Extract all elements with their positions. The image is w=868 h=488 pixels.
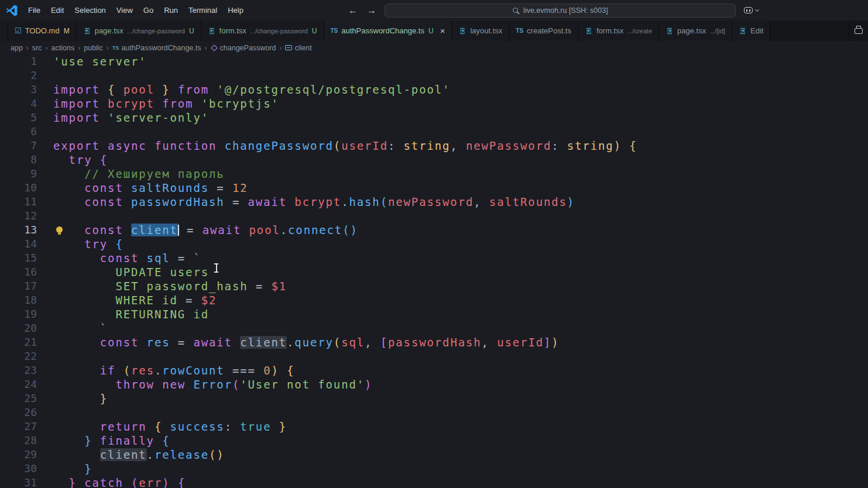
menu-terminal[interactable]: Terminal <box>183 3 222 18</box>
menu-bar: FileEditSelectionViewGoRunTerminalHelp <box>23 3 249 18</box>
code-line-14[interactable]: 14 try { <box>0 237 868 251</box>
code-line-5[interactable]: 5import 'server-only' <box>0 111 868 125</box>
code-line-21[interactable]: 21 const res = await client.query(sql, [… <box>0 335 868 349</box>
code-line-23[interactable]: 23 if (res.rowCount === 0) { <box>0 363 868 377</box>
code-line-29[interactable]: 29 client.release() <box>0 448 868 462</box>
code-line-7[interactable]: 7export async function changePassword(us… <box>0 139 868 153</box>
breadcrumb-item-actions[interactable]: actions <box>52 44 75 52</box>
copilot-button[interactable] <box>744 7 759 13</box>
forward-arrow-icon[interactable]: → <box>367 5 376 16</box>
lightbulb-icon[interactable] <box>56 226 63 233</box>
breadcrumb-label: app <box>11 44 23 52</box>
code-line-27[interactable]: 27 return { success: true } <box>0 420 868 434</box>
menu-help[interactable]: Help <box>222 3 249 18</box>
menu-selection[interactable]: Selection <box>69 3 111 18</box>
line-number: 25 <box>0 391 37 405</box>
breadcrumb-separator: › <box>107 44 109 52</box>
menu-view[interactable]: View <box>111 3 138 18</box>
menu-run[interactable]: Run <box>159 3 183 18</box>
code-line-22[interactable]: 22 <box>0 349 868 363</box>
line-number: 22 <box>0 349 37 363</box>
copilot-icon <box>744 7 753 13</box>
line-content: const saltRounds = 12 <box>37 181 248 195</box>
code-line-9[interactable]: 9 // Хешируем пароль <box>0 167 868 181</box>
code-line-17[interactable]: 17 SET password_hash = $1 <box>0 279 868 293</box>
code-line-16[interactable]: 16 UPDATE users <box>0 265 868 279</box>
code-line-18[interactable]: 18 WHERE id = $2 <box>0 293 868 307</box>
code-line-19[interactable]: 19 RETURNING id <box>0 307 868 321</box>
tab-dir-hint: .../change-password <box>250 28 308 35</box>
menu-file[interactable]: File <box>23 3 46 18</box>
breadcrumb-item-authpasswordchange.ts[interactable]: TSauthPasswordChange.ts <box>112 44 201 52</box>
tab-todo.md[interactable]: ☑TODO.mdM <box>8 20 77 41</box>
line-number: 19 <box>0 307 37 321</box>
code-line-24[interactable]: 24 throw new Error('User not found') <box>0 377 868 391</box>
git-status-badge: U <box>312 27 317 35</box>
react-file-icon <box>585 27 593 35</box>
search-icon <box>512 7 519 14</box>
line-number: 27 <box>0 420 37 434</box>
code-line-4[interactable]: 4import bcrypt from 'bcryptjs' <box>0 97 868 111</box>
line-content: const client = await pool.connect() <box>37 223 358 237</box>
tab-page.tsx[interactable]: page.tsx.../[id] <box>659 20 732 41</box>
line-content <box>37 68 53 83</box>
breadcrumb-item-changepassword[interactable]: changePassword <box>211 44 276 52</box>
tab-fragment[interactable] <box>0 20 8 41</box>
vscode-logo-icon <box>6 5 18 16</box>
tab-layout.tsx[interactable]: layout.tsx <box>452 20 509 41</box>
breadcrumb-item-public[interactable]: public <box>84 44 103 52</box>
close-tab-icon[interactable]: × <box>440 26 445 35</box>
line-content: import bcrypt from 'bcryptjs' <box>37 97 279 111</box>
line-content: client.release() <box>37 448 225 462</box>
line-content: export async function changePassword(use… <box>37 139 637 153</box>
back-arrow-icon[interactable]: ← <box>348 5 358 16</box>
line-number: 5 <box>0 111 37 125</box>
code-line-25[interactable]: 25 } <box>0 391 868 405</box>
line-number: 21 <box>0 335 37 349</box>
code-line-8[interactable]: 8 try { <box>0 153 868 167</box>
tab-form.tsx[interactable]: form.tsx.../create <box>578 20 659 41</box>
tab-createpost.ts[interactable]: TScreatePost.ts <box>509 20 578 41</box>
line-content <box>37 405 53 420</box>
breadcrumb-item-app[interactable]: app <box>11 44 23 52</box>
code-line-26[interactable]: 26 <box>0 405 868 420</box>
breadcrumb-item-client[interactable]: client <box>285 44 311 52</box>
line-content: const res = await client.query(sql, [pas… <box>37 335 560 349</box>
tab-form.tsx[interactable]: form.tsx.../change-passwordU <box>201 20 324 41</box>
tab-page.tsx[interactable]: page.tsx.../change-passwordU <box>77 20 201 41</box>
code-line-12[interactable]: 12 <box>0 209 868 223</box>
code-line-31[interactable]: 31 } catch (err) { <box>0 476 868 488</box>
breadcrumb-label: client <box>294 44 311 52</box>
command-center[interactable]: live.evmoh.ru [SSH: s003] <box>385 4 736 18</box>
code-line-11[interactable]: 11 const passwordHash = await bcrypt.has… <box>0 195 868 209</box>
word-occurrence-highlight: client <box>240 336 287 349</box>
code-line-1[interactable]: 1'use server' <box>0 54 868 68</box>
line-number: 18 <box>0 293 37 307</box>
selected-text: client <box>131 224 178 236</box>
code-line-20[interactable]: 20 ` <box>0 321 868 335</box>
code-line-30[interactable]: 30 } <box>0 462 868 476</box>
code-line-6[interactable]: 6 <box>0 125 868 139</box>
word-occurrence-highlight: client <box>100 448 147 461</box>
tab-label: createPost.ts <box>527 26 571 35</box>
tab-edit[interactable]: Edit <box>732 20 770 41</box>
git-status-badge: U <box>428 27 434 35</box>
code-line-13[interactable]: 13 const client = await pool.connect() <box>0 223 868 237</box>
line-content: import 'server-only' <box>37 111 209 125</box>
code-line-2[interactable]: 2 <box>0 68 868 83</box>
line-number: 6 <box>0 125 37 139</box>
print-icon[interactable] <box>855 28 863 34</box>
code-line-15[interactable]: 15 const sql = ` <box>0 251 868 265</box>
menu-go[interactable]: Go <box>138 3 159 18</box>
line-number: 30 <box>0 462 37 476</box>
tab-authpasswordchange.ts[interactable]: TSauthPasswordChange.tsU× <box>324 20 452 41</box>
menu-edit[interactable]: Edit <box>46 3 69 18</box>
react-file-icon <box>458 27 466 35</box>
breadcrumb-item-src[interactable]: src <box>32 44 42 52</box>
line-content <box>37 349 53 363</box>
code-line-28[interactable]: 28 } finally { <box>0 434 868 448</box>
line-content: try { <box>37 237 123 251</box>
tab-dir-hint: .../change-password <box>127 28 185 35</box>
code-line-3[interactable]: 3import { pool } from '@/postgresql/post… <box>0 83 868 97</box>
code-line-10[interactable]: 10 const saltRounds = 12 <box>0 181 868 195</box>
